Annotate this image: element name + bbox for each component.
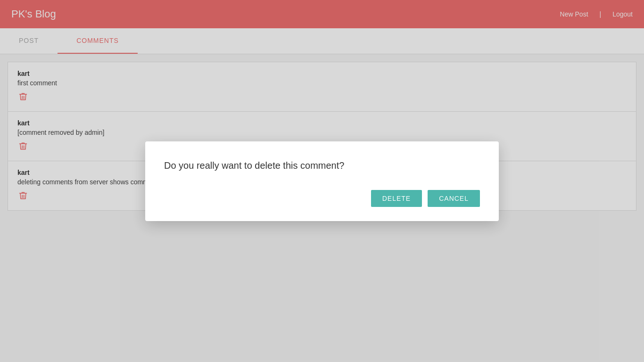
modal-question-text: Do you really want to delete this commen… <box>164 160 480 171</box>
modal-actions: DELETE CANCEL <box>164 190 480 207</box>
delete-confirm-modal: Do you really want to delete this commen… <box>145 141 499 221</box>
confirm-delete-button[interactable]: DELETE <box>371 190 422 207</box>
modal-overlay: Do you really want to delete this commen… <box>0 0 644 362</box>
cancel-delete-button[interactable]: CANCEL <box>428 190 480 207</box>
